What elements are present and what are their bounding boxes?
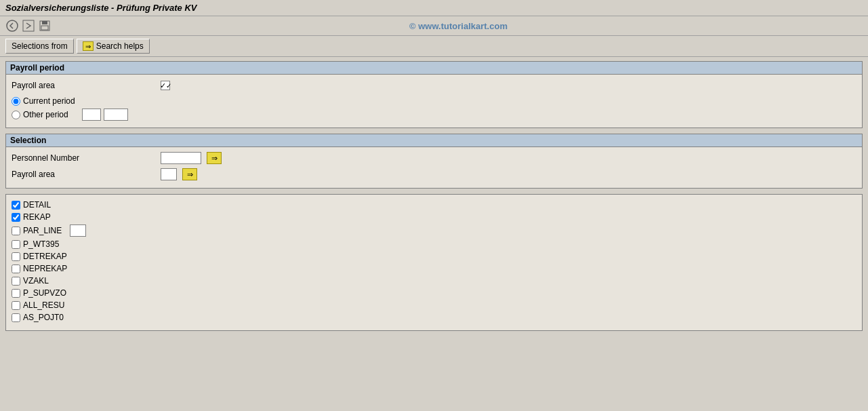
checkbox-par_line[interactable]	[12, 227, 20, 235]
current-period-radio[interactable]	[12, 97, 20, 106]
payroll-period-section: Payroll period Payroll area ✓ Current pe…	[5, 61, 863, 128]
checkbox-row: ALL_RESU	[12, 300, 856, 310]
checkbox-row: AS_POJT0	[12, 313, 856, 322]
checkbox-as_pojt0[interactable]	[12, 313, 20, 322]
svg-point-0	[7, 20, 18, 31]
extra-checkboxes-section: DETAILREKAPPAR_LINEP_WT395DETREKAPNEPREK…	[5, 194, 863, 331]
other-period-input2[interactable]	[104, 109, 128, 121]
checkbox-rekap[interactable]	[12, 213, 20, 222]
checkbox-label-neprekap: NEPREKAP	[23, 264, 67, 273]
main-content: Payroll period Payroll area ✓ Current pe…	[0, 57, 868, 340]
personnel-number-lookup-button[interactable]: ⇒	[207, 152, 222, 164]
toolbar: © www.tutorialkart.com	[0, 16, 868, 36]
checkbox-label-as_pojt0: AS_POJT0	[23, 313, 64, 322]
checkbox-row: VZAKL	[12, 276, 856, 286]
search-helps-label: Search helps	[96, 41, 144, 51]
selection-payroll-area-input[interactable]	[161, 168, 177, 180]
payroll-area-row: Payroll area ✓	[12, 79, 856, 92]
selection-content: Personnel Number ⇒ Payroll area ⇒	[6, 147, 862, 188]
par-line-input[interactable]	[70, 224, 86, 237]
checkbox-neprekap[interactable]	[12, 265, 20, 273]
checkbox-row: DETREKAP	[12, 252, 856, 261]
selection-section: Selection Personnel Number ⇒ Payroll are…	[5, 134, 863, 189]
svg-rect-1	[23, 20, 34, 31]
personnel-number-input[interactable]	[161, 152, 201, 164]
save-icon[interactable]	[38, 19, 51, 33]
current-period-row: Current period	[12, 96, 856, 106]
checkbox-label-vzakl: VZAKL	[23, 276, 49, 286]
back-icon[interactable]	[5, 19, 19, 33]
selection-payroll-area-row: Payroll area ⇒	[12, 168, 856, 181]
checkbox-p_supvzo[interactable]	[12, 289, 20, 298]
other-period-radio[interactable]	[12, 111, 20, 119]
checkbox-row: P_WT395	[12, 239, 856, 249]
selections-from-button[interactable]: Selections from	[5, 39, 74, 54]
current-period-label: Current period	[23, 96, 75, 106]
selection-title: Selection	[6, 134, 862, 147]
checkbox-detrekap[interactable]	[12, 252, 20, 261]
checkbox-label-detail: DETAIL	[23, 200, 51, 210]
checkbox-row: DETAIL	[12, 200, 856, 210]
forward-icon[interactable]	[22, 19, 35, 33]
checkbox-label-all_resu: ALL_RESU	[23, 300, 64, 310]
other-period-input1[interactable]	[82, 109, 101, 121]
checkbox-label-detrekap: DETREKAP	[23, 252, 67, 261]
payroll-area-checkbox[interactable]: ✓	[161, 81, 170, 90]
checkbox-vzakl[interactable]	[12, 277, 20, 286]
personnel-number-row: Personnel Number ⇒	[12, 151, 856, 165]
payroll-period-content: Payroll area ✓ Current period Other peri…	[6, 75, 862, 128]
payroll-period-title: Payroll period	[6, 62, 862, 75]
checkbox-label-p_supvzo: P_SUPVZO	[23, 288, 66, 298]
checkbox-label-p_wt395: P_WT395	[23, 239, 59, 249]
watermark: © www.tutorialkart.com	[54, 21, 863, 31]
checkbox-row: NEPREKAP	[12, 264, 856, 273]
checkbox-detail[interactable]	[12, 201, 20, 210]
button-bar: Selections from ⇒ Search helps	[0, 36, 868, 57]
search-helps-button[interactable]: ⇒ Search helps	[77, 39, 150, 54]
selections-from-label: Selections from	[12, 41, 68, 51]
selection-payroll-area-label: Payroll area	[12, 170, 161, 179]
title-bar: Sozialversicherungsliste - Prüfung Priva…	[0, 0, 868, 16]
payroll-area-lookup-button[interactable]: ⇒	[182, 168, 197, 180]
checkbox-row: P_SUPVZO	[12, 288, 856, 298]
checkbox-label-rekap: REKAP	[23, 212, 51, 222]
payroll-area-label: Payroll area	[12, 81, 161, 90]
page-title: Sozialversicherungsliste - Prüfung Priva…	[5, 3, 197, 13]
svg-rect-4	[41, 26, 48, 30]
search-helps-arrow-icon: ⇒	[83, 41, 94, 51]
checkbox-label-par_line: PAR_LINE	[23, 226, 62, 235]
personnel-number-label: Personnel Number	[12, 153, 161, 163]
other-period-row: Other period	[12, 109, 856, 121]
checkboxes-container: DETAILREKAPPAR_LINEP_WT395DETREKAPNEPREK…	[12, 200, 856, 322]
checkbox-row: REKAP	[12, 212, 856, 222]
checkbox-p_wt395[interactable]	[12, 240, 20, 249]
other-period-label: Other period	[23, 110, 68, 119]
checkbox-all_resu[interactable]	[12, 301, 20, 310]
svg-rect-3	[42, 21, 47, 24]
checkbox-row: PAR_LINE	[12, 224, 856, 237]
